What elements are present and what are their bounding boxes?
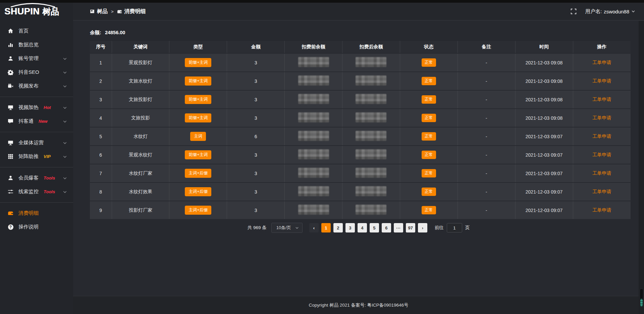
username: zswodun88 [604,9,629,14]
cell-keyword: 水纹灯 [112,127,169,146]
redacted-balance-before [298,168,329,178]
page-button-97[interactable]: 97 [406,223,415,232]
cell-balance-before [285,164,342,182]
work-order-link[interactable]: 工单申请 [592,97,611,102]
column-header-type: 类型 [169,41,227,53]
breadcrumb-root[interactable]: 树品 [90,8,108,15]
work-order-link[interactable]: 工单申请 [592,152,611,157]
cell-balance-after [342,109,400,127]
page-button-4[interactable]: 4 [358,223,367,232]
next-page-button[interactable]: › [418,223,427,232]
cell-balance-after [342,146,400,164]
sidebar-item-video-heating[interactable]: 视频加热 Hot [0,101,73,114]
display-icon [8,140,13,146]
page-button-5[interactable]: 5 [370,223,379,232]
sidebar-item-account-management[interactable]: 账号管理 [0,52,73,65]
goto-label: 前往 [435,225,444,231]
sidebar-item-clue-monitor[interactable]: 线索监控 Tools [0,185,73,199]
menu-divider [0,97,73,97]
cell-time: 2021-12-03 09:08 [515,90,573,109]
breadcrumb-root-label: 树品 [97,8,108,15]
column-header-remark: 备注 [458,41,515,53]
cell-action: 工单申请 [573,90,631,109]
cell-time: 2021-12-03 09:07 [515,164,573,182]
work-order-link[interactable]: 工单申请 [592,60,611,65]
scrollbar-thumb[interactable] [640,289,643,307]
redacted-balance-before [298,149,329,159]
cell-status: 正常 [400,164,458,182]
table-row: 4 文旅投影 前缀+主词 3 正常 - 2021-12-03 09:08 工单申… [90,109,631,127]
cell-type: 前缀+主词 [169,146,227,164]
cell-keyword: 文旅水纹灯 [112,72,169,90]
sidebar-item-home[interactable]: 首页 [0,24,73,38]
cell-seq: 8 [90,182,112,201]
user-menu[interactable]: 用户名: zswodun88 [585,8,635,15]
work-order-link[interactable]: 工单申请 [592,170,611,176]
cell-balance-before [285,109,342,127]
page-size-select[interactable]: 10条/页 [271,223,303,233]
prev-page-button[interactable]: ‹ [309,223,319,232]
cell-balance-before [285,90,342,109]
sidebar-item-all-media-operation[interactable]: 全媒体运营 [0,136,73,150]
cell-status: 正常 [400,146,458,164]
cell-time: 2021-12-03 09:08 [515,53,573,72]
cell-remark: - [458,164,515,182]
work-order-link[interactable]: 工单申请 [592,134,611,139]
redacted-balance-after [356,131,386,141]
goto-page-input[interactable] [447,223,462,232]
page-button-2[interactable]: 2 [333,223,343,232]
main-content: 余额: 24856.00 序号 关键词 类型 金额 扣费前余额 扣费后余额 状态… [73,21,644,314]
work-order-link[interactable]: 工单申请 [592,207,611,213]
vertical-scrollbar[interactable] [639,21,644,314]
page-button-3[interactable]: 3 [345,223,355,232]
sidebar-item-label: 消费明细 [18,210,39,216]
sidebar-item-data-overview[interactable]: 数据总览 [0,38,73,52]
work-order-link[interactable]: 工单申请 [592,189,611,194]
sidebar-item-operation-guide[interactable]: 操作说明 [0,220,73,234]
cell-seq: 9 [90,201,112,219]
fullscreen-icon[interactable] [571,8,577,14]
page-button-6[interactable]: 6 [382,223,391,232]
cell-balance-after [342,182,400,201]
type-badge: 前缀+主词 [185,58,211,67]
pagination: 共 969 条 10条/页 ‹ 1 2 3 4 5 6 ··· 97 › 前往 … [73,223,644,233]
menu-divider [0,202,73,203]
cell-amount: 3 [227,201,285,219]
member-icon [8,175,13,181]
cell-seq: 3 [90,90,112,109]
page-button-1[interactable]: 1 [321,223,331,232]
sidebar-item-douketong[interactable]: 抖客通 New [0,114,73,128]
sidebar-item-douyin-seo[interactable]: 抖音SEO [0,65,73,79]
cell-balance-after [342,164,400,182]
redacted-balance-after [356,75,386,86]
column-header-amount: 金额 [227,41,285,53]
cell-time: 2021-12-03 09:07 [515,146,573,164]
redacted-balance-before [298,75,329,86]
app-square-icon [90,9,95,14]
sidebar-item-member-baoke[interactable]: 会员爆客 Tools [0,171,73,185]
work-order-link[interactable]: 工单申请 [592,115,611,120]
page-ellipsis-button[interactable]: ··· [394,223,403,232]
sidebar-item-consumption-detail[interactable]: 消费明细 [0,206,73,220]
logo-arc [5,3,60,7]
cell-time: 2021-12-03 09:07 [515,182,573,201]
table-row: 5 水纹灯 主词 6 正常 - 2021-12-03 09:07 工单申请 [90,127,631,146]
chevron-down-icon [63,105,67,110]
table-row: 9 投影灯厂家 主词+后缀 3 正常 - 2021-12-03 09:07 工单… [90,201,631,219]
sidebar: SHUPIN 树品 首页 数据总览 账号管理 [0,3,73,314]
cell-type: 前缀+主词 [169,109,227,127]
cell-keyword: 景观水纹灯 [112,146,169,164]
sidebar-item-matrix-boost[interactable]: 矩阵助推 VIP [0,150,73,163]
type-badge: 前缀+主词 [185,95,211,104]
sidebar-item-video-publish[interactable]: 视频发布 [0,79,73,93]
header-right: 用户名: zswodun88 [571,8,644,15]
comment-icon [8,118,13,124]
cell-balance-before [285,201,342,219]
cell-type: 前缀+主词 [169,90,227,109]
type-badge: 主词+后缀 [185,169,211,178]
goto-unit: 页 [465,225,470,231]
chevron-down-icon [63,190,67,194]
cell-status: 正常 [400,72,458,90]
chevron-down-icon [63,119,67,123]
work-order-link[interactable]: 工单申请 [592,78,611,84]
